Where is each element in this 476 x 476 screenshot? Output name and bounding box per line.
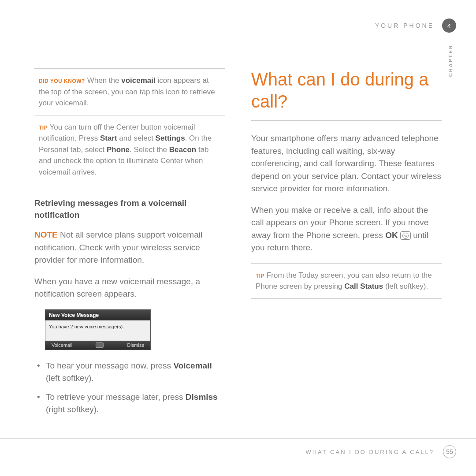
footer-label: WHAT CAN I DO DURING A CALL? bbox=[305, 449, 434, 455]
dyk-label: DID YOU KNOW? bbox=[39, 78, 85, 84]
li2-t2: (right softkey). bbox=[46, 405, 99, 414]
ok-key-icon: ok bbox=[400, 231, 411, 240]
tip-box-right: TIP From the Today screen, you can also … bbox=[251, 263, 442, 299]
li1-t2: (left softkey). bbox=[46, 373, 94, 383]
tip1-b2: Settings bbox=[156, 134, 185, 142]
tip1-t4: . Select the bbox=[130, 145, 169, 154]
softkey-right: Dismiss bbox=[127, 342, 144, 348]
screenshot-title: New Voice Message bbox=[45, 310, 150, 320]
tip1-t2: and select bbox=[117, 134, 156, 142]
list-item: To hear your message now, press Voicemai… bbox=[34, 360, 225, 385]
right-column: What can I do during a call? Your smartp… bbox=[251, 68, 442, 422]
li1-t1: To hear your message now, press bbox=[46, 361, 173, 370]
note-label: NOTE bbox=[34, 230, 58, 239]
note-paragraph: NOTE Not all service plans support voice… bbox=[34, 229, 225, 267]
li2-b1: Dismiss bbox=[186, 392, 218, 402]
li1-b1: Voicemail bbox=[173, 361, 212, 370]
instruction-list: To hear your message now, press Voicemai… bbox=[34, 360, 225, 416]
tr-b1: Call Status bbox=[344, 282, 383, 290]
tip1-b4: Beacon bbox=[169, 145, 196, 154]
tip-label-right: TIP bbox=[256, 273, 264, 279]
keyboard-icon bbox=[96, 342, 104, 348]
paragraph-2: When you have a new voicemail message, a… bbox=[34, 275, 225, 301]
phone-screenshot: New Voice Message You have 2 new voice m… bbox=[45, 309, 151, 350]
tip-box-1: TIP You can turn off the Center button v… bbox=[34, 115, 225, 185]
page-title: What can I do during a call? bbox=[251, 68, 442, 121]
screenshot-footer: Voicemail Dismiss bbox=[45, 341, 150, 350]
page-header: YOUR PHONE 4 bbox=[375, 19, 456, 33]
list-item: To retrieve your message later, press Di… bbox=[34, 391, 225, 416]
chapter-vertical-label: CHAPTER bbox=[448, 44, 453, 77]
header-section-label: YOUR PHONE bbox=[375, 22, 434, 29]
right-paragraph-2: When you make or receive a call, info ab… bbox=[251, 204, 442, 254]
right-paragraph-1: Your smartphone offers many advanced tel… bbox=[251, 132, 442, 195]
tip1-b1: Start bbox=[100, 134, 117, 142]
rp2-b1: OK bbox=[385, 231, 398, 240]
li2-t1: To retrieve your message later, press bbox=[46, 392, 186, 402]
page-number: 55 bbox=[443, 445, 456, 458]
page-footer: WHAT CAN I DO DURING A CALL? 55 bbox=[0, 438, 476, 458]
tr-t2: (left softkey). bbox=[383, 282, 428, 290]
section-heading: Retrieving messages from a voicemail not… bbox=[34, 197, 225, 221]
dyk-bold1: voicemail bbox=[121, 76, 156, 85]
tip-label: TIP bbox=[39, 125, 48, 131]
did-you-know-box: DID YOU KNOW? When the voicemail icon ap… bbox=[34, 68, 225, 115]
note-text: Not all service plans support voicemail … bbox=[34, 230, 202, 264]
softkey-left: Voicemail bbox=[52, 342, 72, 348]
dyk-text1: When the bbox=[85, 76, 121, 85]
left-column: DID YOU KNOW? When the voicemail icon ap… bbox=[34, 68, 225, 422]
page-content: DID YOU KNOW? When the voicemail icon ap… bbox=[34, 68, 442, 422]
ok-key-inner: ok bbox=[402, 233, 409, 239]
screenshot-body: You have 2 new voice message(s). bbox=[45, 320, 150, 341]
chapter-number-badge: 4 bbox=[442, 19, 456, 33]
tip1-b3: Phone bbox=[107, 145, 130, 154]
